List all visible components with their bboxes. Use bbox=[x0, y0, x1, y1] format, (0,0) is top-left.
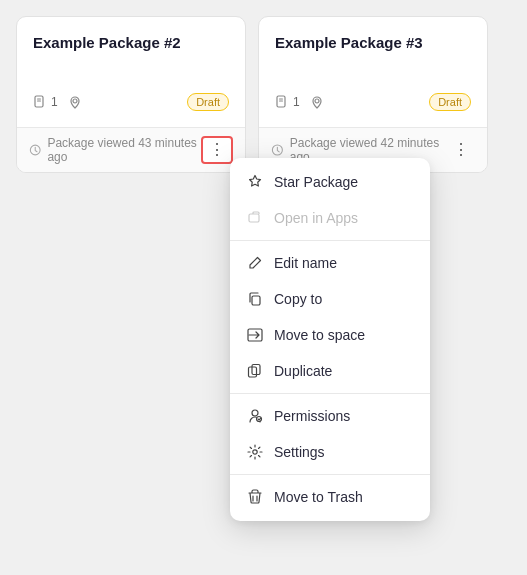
svg-point-8 bbox=[315, 99, 319, 103]
menu-item-edit-name[interactable]: Edit name bbox=[230, 245, 430, 281]
svg-point-17 bbox=[253, 450, 257, 454]
dropdown-overlay: Star Package Open in Apps Edit name bbox=[230, 158, 430, 521]
menu-item-move-to-trash[interactable]: Move to Trash bbox=[230, 479, 430, 515]
menu-item-settings[interactable]: Settings bbox=[230, 434, 430, 470]
move-icon bbox=[246, 326, 264, 344]
more-options-button-2[interactable]: ⋮ bbox=[447, 138, 475, 162]
card-title-2: Example Package #3 bbox=[275, 33, 471, 53]
menu-label-move-to-space: Move to space bbox=[274, 327, 365, 343]
svg-rect-1 bbox=[37, 99, 41, 100]
svg-rect-10 bbox=[249, 214, 259, 222]
doc-icon-2 bbox=[275, 95, 289, 109]
menu-label-duplicate: Duplicate bbox=[274, 363, 332, 379]
copy-icon bbox=[246, 290, 264, 308]
card-icons-1: 1 bbox=[33, 95, 82, 109]
menu-label-edit-name: Edit name bbox=[274, 255, 337, 271]
package-card-1: Example Package #2 1 bbox=[16, 16, 246, 173]
svg-rect-11 bbox=[252, 296, 260, 305]
svg-rect-7 bbox=[279, 101, 283, 102]
pin-icon bbox=[68, 95, 82, 109]
permissions-icon bbox=[246, 407, 264, 425]
doc-count-1: 1 bbox=[33, 95, 58, 109]
clock-icon-2 bbox=[271, 143, 284, 157]
clock-icon-1 bbox=[29, 143, 41, 157]
menu-label-open-apps: Open in Apps bbox=[274, 210, 358, 226]
dropdown-menu: Star Package Open in Apps Edit name bbox=[230, 158, 430, 521]
footer-label-1: Package viewed 43 minutes ago bbox=[47, 136, 201, 164]
star-icon bbox=[246, 173, 264, 191]
menu-item-copy-to[interactable]: Copy to bbox=[230, 281, 430, 317]
card-meta-2: 1 Draft bbox=[275, 93, 471, 111]
doc-count-2: 1 bbox=[275, 95, 300, 109]
card-body-1: Example Package #2 1 bbox=[17, 17, 245, 127]
more-options-button-1[interactable]: ⋮ bbox=[201, 136, 233, 164]
card-title-1: Example Package #2 bbox=[33, 33, 229, 53]
menu-label-star: Star Package bbox=[274, 174, 358, 190]
separator-3 bbox=[230, 474, 430, 475]
card-body-2: Example Package #3 1 bbox=[259, 17, 487, 127]
card-icons-2: 1 bbox=[275, 95, 324, 109]
separator-2 bbox=[230, 393, 430, 394]
menu-item-star[interactable]: Star Package bbox=[230, 164, 430, 200]
edit-icon bbox=[246, 254, 264, 272]
menu-label-copy-to: Copy to bbox=[274, 291, 322, 307]
menu-item-move-to-space[interactable]: Move to space bbox=[230, 317, 430, 353]
draft-badge-1: Draft bbox=[187, 93, 229, 111]
location-icon-1 bbox=[68, 95, 82, 109]
menu-label-move-to-trash: Move to Trash bbox=[274, 489, 363, 505]
open-apps-icon bbox=[246, 209, 264, 227]
menu-item-open-apps[interactable]: Open in Apps bbox=[230, 200, 430, 236]
package-card-2: Example Package #3 1 bbox=[258, 16, 488, 173]
svg-point-15 bbox=[252, 410, 258, 416]
svg-rect-2 bbox=[37, 101, 41, 102]
svg-point-3 bbox=[73, 99, 77, 103]
menu-label-permissions: Permissions bbox=[274, 408, 350, 424]
menu-item-permissions[interactable]: Permissions bbox=[230, 398, 430, 434]
trash-icon bbox=[246, 488, 264, 506]
svg-rect-6 bbox=[279, 99, 283, 100]
card-meta-1: 1 Draft bbox=[33, 93, 229, 111]
menu-label-settings: Settings bbox=[274, 444, 325, 460]
doc-icon bbox=[33, 95, 47, 109]
footer-text-1: Package viewed 43 minutes ago bbox=[29, 136, 201, 164]
duplicate-icon bbox=[246, 362, 264, 380]
separator-1 bbox=[230, 240, 430, 241]
card-footer-1: Package viewed 43 minutes ago ⋮ bbox=[17, 127, 245, 172]
settings-icon bbox=[246, 443, 264, 461]
location-icon-2 bbox=[310, 95, 324, 109]
pin-icon-2 bbox=[310, 95, 324, 109]
menu-item-duplicate[interactable]: Duplicate bbox=[230, 353, 430, 389]
draft-badge-2: Draft bbox=[429, 93, 471, 111]
